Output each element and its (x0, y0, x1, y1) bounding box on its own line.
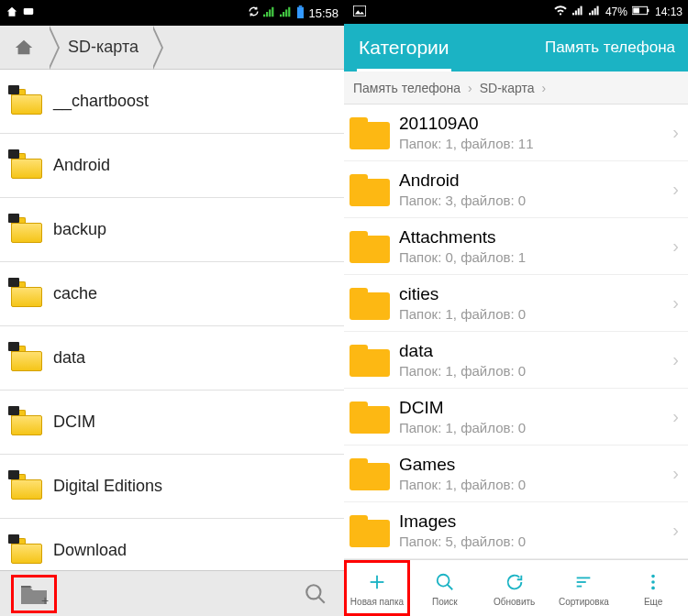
breadcrumb-home[interactable] (0, 26, 48, 69)
folder-icon (350, 173, 390, 206)
sort-button[interactable]: Сортировка (549, 560, 619, 616)
breadcrumb-seg1[interactable]: Память телефона (353, 81, 461, 95)
svg-point-33 (651, 574, 655, 578)
plus-icon (367, 570, 387, 594)
svg-rect-2 (267, 12, 269, 16)
folder-row[interactable]: Games Папок: 1, файлов: 0 › (344, 446, 688, 502)
folder-name: DCIM (53, 412, 95, 432)
file-list: __chartboost Android backup cache data D… (0, 70, 344, 583)
folder-name: cache (53, 284, 97, 303)
message-icon (22, 6, 35, 21)
tab-categories[interactable]: Категории (344, 24, 464, 72)
folder-name: Android (53, 156, 110, 175)
breadcrumb-seg2[interactable]: SD-карта (480, 81, 535, 95)
battery-icon (296, 6, 305, 21)
folder-name: Digital Editions (53, 477, 162, 496)
folder-icon (11, 346, 42, 371)
folder-row[interactable]: __chartboost (0, 70, 344, 134)
folder-icon (350, 457, 390, 490)
svg-rect-4 (272, 6, 274, 16)
folder-name: 201109A0 (399, 114, 663, 134)
folder-name: cities (399, 284, 663, 304)
folder-icon (11, 89, 42, 115)
status-time: 15:58 (308, 6, 338, 20)
picture-icon (353, 6, 366, 19)
folder-icon (350, 401, 390, 434)
svg-point-34 (651, 580, 655, 584)
new-folder-button[interactable]: + (11, 575, 57, 613)
folder-row[interactable]: backup (0, 198, 344, 262)
folder-row[interactable]: data Папок: 1, файлов: 0 › (344, 332, 688, 389)
folder-row[interactable]: Android Папок: 3, файлов: 0 › (344, 161, 688, 218)
folder-row[interactable]: DCIM (0, 390, 344, 455)
chevron-right-icon: › (542, 81, 547, 95)
folder-row[interactable]: data (0, 326, 344, 390)
svg-rect-16 (575, 11, 577, 16)
svg-rect-3 (270, 9, 272, 16)
svg-rect-19 (589, 13, 591, 15)
breadcrumb-segment[interactable]: SD-карта (48, 26, 151, 69)
svg-rect-25 (648, 9, 649, 12)
folder-icon (11, 538, 42, 564)
folder-name: __chartboost (53, 92, 149, 111)
folder-row[interactable]: Images Папок: 5, файлов: 0 › (344, 502, 688, 559)
folder-icon (11, 217, 42, 243)
new-folder-button[interactable]: Новая папка (344, 560, 410, 616)
folder-icon (350, 514, 390, 547)
file-list: 201109A0 Папок: 1, файлов: 11 › Android … (344, 104, 688, 559)
svg-point-12 (306, 585, 320, 599)
folder-row[interactable]: Digital Editions (0, 455, 344, 519)
svg-rect-8 (289, 6, 291, 16)
sort-icon (573, 570, 594, 594)
refresh-icon (505, 570, 525, 594)
folder-row[interactable]: cities Папок: 1, файлов: 0 › (344, 275, 688, 332)
tab-phone-storage[interactable]: Память телефона (530, 24, 688, 72)
status-time: 14:13 (655, 6, 682, 18)
folder-icon (11, 281, 42, 307)
home-indicator-icon (6, 6, 18, 21)
folder-subtitle: Папок: 1, файлов: 0 (399, 363, 663, 379)
svg-rect-20 (592, 11, 594, 16)
svg-text:+: + (41, 593, 49, 606)
folder-subtitle: Папок: 0, файлов: 1 (399, 249, 663, 265)
folder-row[interactable]: 201109A0 Папок: 1, файлов: 11 › (344, 104, 688, 161)
wifi-icon (553, 6, 568, 19)
svg-rect-18 (580, 6, 582, 16)
folder-icon (11, 153, 42, 179)
signal-icon-2 (589, 6, 601, 18)
sync-icon (248, 6, 260, 20)
folder-icon (350, 116, 390, 149)
svg-point-28 (438, 574, 449, 586)
chevron-right-icon: › (672, 520, 679, 541)
folder-row[interactable]: Attachments Папок: 0, файлов: 1 › (344, 218, 688, 275)
chevron-right-icon: › (672, 292, 679, 314)
folder-name: DCIM (399, 398, 663, 418)
folder-name: backup (53, 220, 106, 239)
header-tabs: Категории Память телефона (344, 24, 688, 72)
chevron-right-icon: › (672, 349, 679, 370)
svg-rect-24 (633, 8, 639, 14)
folder-row[interactable]: DCIM Папок: 1, файлов: 0 › (344, 389, 688, 446)
folder-subtitle: Папок: 1, файлов: 11 (399, 136, 663, 151)
search-button[interactable]: Поиск (410, 560, 480, 616)
bottom-toolbar: + (0, 570, 344, 616)
folder-name: Images (399, 512, 663, 532)
more-button[interactable]: Еще (618, 560, 688, 616)
phone-left: 15:58 SD-карта __chartboost Android back… (0, 0, 344, 616)
folder-name: Download (53, 541, 127, 560)
svg-rect-0 (24, 7, 34, 14)
status-bar: 15:58 (0, 0, 344, 26)
search-button[interactable] (298, 577, 333, 611)
folder-subtitle: Папок: 5, файлов: 0 (399, 534, 663, 549)
chevron-right-icon: › (468, 81, 472, 95)
battery-icon (632, 6, 650, 18)
signal-icon (263, 6, 276, 20)
bottom-toolbar: Новая папка Поиск Обновить Сортировка Ещ… (344, 559, 688, 616)
folder-row[interactable]: Android (0, 134, 344, 198)
chevron-right-icon: › (672, 179, 679, 200)
folder-row[interactable]: cache (0, 262, 344, 326)
svg-rect-21 (594, 8, 596, 15)
refresh-button[interactable]: Обновить (480, 560, 549, 616)
folder-icon (11, 410, 42, 435)
folder-subtitle: Папок: 1, файлов: 0 (399, 306, 663, 322)
